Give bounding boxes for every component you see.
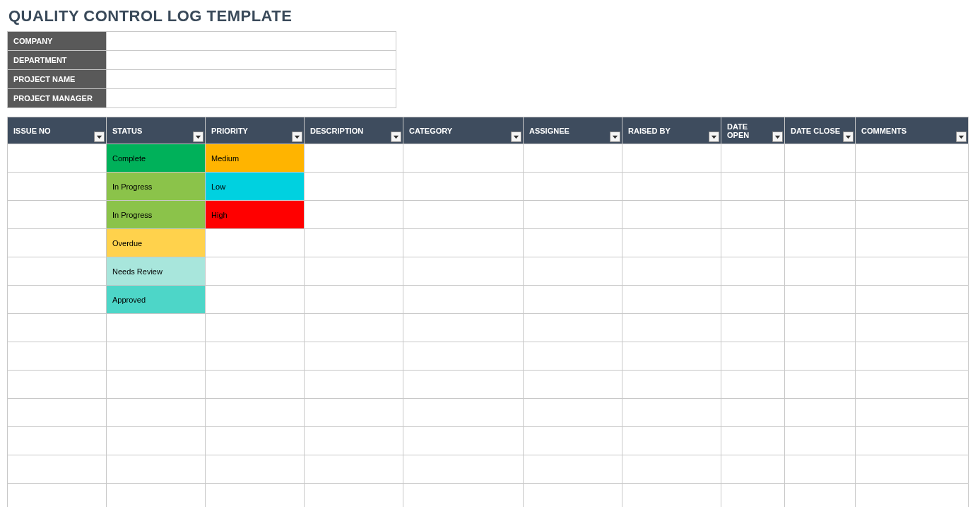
cell-raised_by[interactable]: [622, 173, 721, 201]
cell-raised_by[interactable]: [622, 484, 721, 508]
info-value-department[interactable]: [107, 51, 396, 70]
cell-assignee[interactable]: [524, 314, 622, 342]
info-value-company[interactable]: [107, 32, 396, 51]
cell-comments[interactable]: [856, 229, 969, 257]
cell-status[interactable]: [107, 455, 206, 484]
cell-date_open[interactable]: [721, 257, 785, 286]
cell-date_open[interactable]: [721, 399, 785, 427]
cell-date_open[interactable]: [721, 427, 785, 455]
column-header-assignee[interactable]: ASSIGNEE: [524, 117, 622, 144]
cell-description[interactable]: [305, 286, 403, 314]
cell-assignee[interactable]: [524, 229, 622, 257]
cell-raised_by[interactable]: [622, 371, 721, 399]
cell-category[interactable]: [403, 427, 524, 455]
cell-priority[interactable]: [206, 286, 305, 314]
column-header-date_open[interactable]: DATE OPEN: [721, 117, 785, 144]
cell-priority[interactable]: High: [206, 201, 305, 229]
cell-comments[interactable]: [856, 257, 969, 286]
cell-description[interactable]: [305, 455, 403, 484]
cell-date_close[interactable]: [785, 144, 856, 173]
cell-assignee[interactable]: [524, 371, 622, 399]
cell-description[interactable]: [305, 427, 403, 455]
cell-status[interactable]: [107, 399, 206, 427]
cell-assignee[interactable]: [524, 455, 622, 484]
cell-description[interactable]: [305, 399, 403, 427]
cell-priority[interactable]: [206, 484, 305, 508]
filter-dropdown-icon[interactable]: [843, 132, 854, 142]
cell-status[interactable]: Needs Review: [107, 257, 206, 286]
cell-description[interactable]: [305, 201, 403, 229]
cell-status[interactable]: [107, 342, 206, 371]
column-header-issue_no[interactable]: ISSUE NO: [8, 117, 107, 144]
cell-category[interactable]: [403, 201, 524, 229]
cell-comments[interactable]: [856, 455, 969, 484]
cell-issue_no[interactable]: [8, 144, 107, 173]
cell-date_close[interactable]: [785, 229, 856, 257]
cell-date_open[interactable]: [721, 314, 785, 342]
cell-date_close[interactable]: [785, 173, 856, 201]
cell-date_close[interactable]: [785, 342, 856, 371]
cell-raised_by[interactable]: [622, 427, 721, 455]
cell-comments[interactable]: [856, 286, 969, 314]
cell-status[interactable]: [107, 484, 206, 508]
cell-issue_no[interactable]: [8, 229, 107, 257]
cell-assignee[interactable]: [524, 427, 622, 455]
cell-description[interactable]: [305, 257, 403, 286]
cell-date_open[interactable]: [721, 173, 785, 201]
cell-date_close[interactable]: [785, 371, 856, 399]
cell-priority[interactable]: Medium: [206, 144, 305, 173]
column-header-category[interactable]: CATEGORY: [403, 117, 524, 144]
cell-issue_no[interactable]: [8, 286, 107, 314]
cell-date_open[interactable]: [721, 371, 785, 399]
column-header-status[interactable]: STATUS: [107, 117, 206, 144]
cell-priority[interactable]: Low: [206, 173, 305, 201]
cell-comments[interactable]: [856, 342, 969, 371]
filter-dropdown-icon[interactable]: [391, 132, 401, 142]
filter-dropdown-icon[interactable]: [292, 132, 302, 142]
cell-assignee[interactable]: [524, 144, 622, 173]
cell-comments[interactable]: [856, 371, 969, 399]
cell-priority[interactable]: [206, 427, 305, 455]
cell-date_close[interactable]: [785, 314, 856, 342]
cell-comments[interactable]: [856, 399, 969, 427]
cell-assignee[interactable]: [524, 257, 622, 286]
cell-assignee[interactable]: [524, 342, 622, 371]
cell-date_open[interactable]: [721, 201, 785, 229]
info-value-project-name[interactable]: [107, 70, 396, 89]
cell-status[interactable]: In Progress: [107, 201, 206, 229]
cell-issue_no[interactable]: [8, 455, 107, 484]
cell-raised_by[interactable]: [622, 229, 721, 257]
filter-dropdown-icon[interactable]: [94, 132, 105, 142]
cell-comments[interactable]: [856, 484, 969, 508]
cell-raised_by[interactable]: [622, 286, 721, 314]
cell-assignee[interactable]: [524, 201, 622, 229]
cell-priority[interactable]: [206, 455, 305, 484]
cell-raised_by[interactable]: [622, 257, 721, 286]
cell-issue_no[interactable]: [8, 314, 107, 342]
cell-description[interactable]: [305, 371, 403, 399]
column-header-raised_by[interactable]: RAISED BY: [622, 117, 721, 144]
filter-dropdown-icon[interactable]: [610, 132, 620, 142]
cell-category[interactable]: [403, 173, 524, 201]
cell-comments[interactable]: [856, 144, 969, 173]
cell-category[interactable]: [403, 144, 524, 173]
cell-description[interactable]: [305, 173, 403, 201]
cell-date_open[interactable]: [721, 286, 785, 314]
cell-category[interactable]: [403, 399, 524, 427]
cell-assignee[interactable]: [524, 484, 622, 508]
column-header-description[interactable]: DESCRIPTION: [305, 117, 403, 144]
cell-category[interactable]: [403, 455, 524, 484]
cell-raised_by[interactable]: [622, 399, 721, 427]
cell-date_open[interactable]: [721, 455, 785, 484]
cell-status[interactable]: [107, 427, 206, 455]
cell-assignee[interactable]: [524, 286, 622, 314]
cell-raised_by[interactable]: [622, 342, 721, 371]
cell-date_close[interactable]: [785, 399, 856, 427]
cell-date_open[interactable]: [721, 144, 785, 173]
cell-category[interactable]: [403, 342, 524, 371]
filter-dropdown-icon[interactable]: [709, 132, 719, 142]
cell-date_open[interactable]: [721, 484, 785, 508]
cell-comments[interactable]: [856, 201, 969, 229]
cell-status[interactable]: [107, 314, 206, 342]
cell-category[interactable]: [403, 229, 524, 257]
